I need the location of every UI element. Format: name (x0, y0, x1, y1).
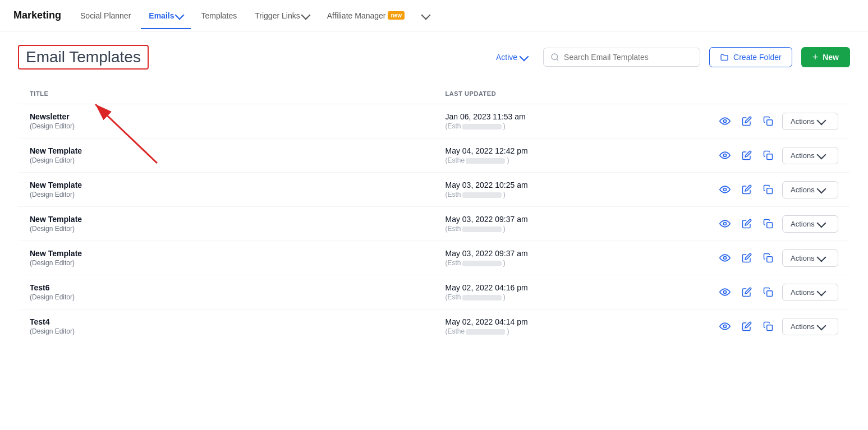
edit-button[interactable] (740, 182, 754, 197)
actions-dropdown-button[interactable]: Actions (782, 215, 838, 233)
preview-button[interactable] (717, 147, 733, 163)
search-input[interactable] (564, 53, 693, 62)
edit-button[interactable] (740, 319, 754, 334)
actions-dropdown-button[interactable]: Actions (782, 284, 838, 301)
edit-button[interactable] (740, 251, 754, 265)
preview-button[interactable] (717, 182, 733, 197)
trigger-links-dropdown-icon (301, 10, 310, 20)
last-updated-user: (Esth ) (446, 122, 599, 130)
duplicate-button[interactable] (761, 251, 775, 265)
last-updated-date: May 02, 2022 04:14 pm (446, 317, 599, 326)
page-header: Email Templates Active Create Folder + N… (18, 45, 850, 70)
cell-actions-4: Actions (609, 241, 849, 275)
cell-title-2: New Template (Design Editor) (19, 173, 434, 207)
nav-templates[interactable]: Templates (193, 7, 245, 25)
nav-social-planner[interactable]: Social Planner (72, 7, 139, 25)
actions-chevron-icon (816, 287, 826, 297)
page-title: Email Templates (18, 45, 149, 70)
top-navigation: Marketing Social Planner Emails Template… (0, 0, 868, 31)
table-header-row: TITLE LAST UPDATED (19, 84, 850, 104)
preview-button[interactable] (717, 318, 733, 334)
actions-dropdown-button[interactable]: Actions (782, 147, 838, 164)
copy-icon (763, 184, 773, 195)
preview-button[interactable] (717, 113, 733, 129)
edit-button[interactable] (740, 216, 754, 231)
svg-line-1 (557, 59, 558, 61)
template-editor: (Design Editor) (30, 327, 423, 335)
duplicate-button[interactable] (761, 319, 775, 334)
templates-table: TITLE LAST UPDATED Newsletter (Design Ed… (18, 83, 850, 344)
preview-button[interactable] (717, 216, 733, 232)
duplicate-button[interactable] (761, 285, 775, 299)
nav-label-emails: Emails (149, 11, 174, 20)
filter-dropdown-icon (520, 52, 529, 62)
cell-actions-1: Actions (609, 138, 849, 173)
cell-title-3: New Template (Design Editor) (19, 207, 434, 241)
edit-button[interactable] (740, 114, 754, 128)
duplicate-button[interactable] (761, 114, 775, 128)
pencil-icon (742, 116, 752, 126)
pencil-icon (742, 321, 752, 331)
edit-button[interactable] (740, 285, 754, 299)
actions-dropdown-button[interactable]: Actions (782, 318, 838, 335)
svg-rect-11 (767, 223, 773, 228)
duplicate-button[interactable] (761, 148, 775, 163)
new-button[interactable]: + New (801, 47, 850, 67)
preview-button[interactable] (717, 284, 733, 300)
preview-button[interactable] (717, 250, 733, 266)
eye-icon (719, 150, 731, 161)
template-editor: (Design Editor) (30, 191, 423, 198)
actions-cell: Actions (621, 147, 838, 164)
nav-more-dropdown[interactable] (415, 7, 437, 24)
actions-label: Actions (791, 220, 815, 228)
cell-actions-0: Actions (609, 104, 849, 138)
svg-point-4 (724, 120, 727, 123)
actions-label: Actions (791, 151, 815, 160)
col-actions (609, 84, 849, 104)
template-editor: (Design Editor) (30, 293, 423, 301)
actions-dropdown-button[interactable]: Actions (782, 181, 838, 198)
create-folder-label: Create Folder (733, 53, 782, 62)
plus-icon: + (812, 52, 819, 62)
template-editor: (Design Editor) (30, 156, 423, 164)
cell-title-1: New Template (Design Editor) (19, 138, 434, 173)
cell-actions-5: Actions (609, 275, 849, 309)
create-folder-button[interactable]: Create Folder (709, 47, 792, 67)
search-icon (550, 53, 559, 62)
table-row: Test6 (Design Editor) May 02, 2022 04:16… (19, 275, 850, 309)
nav-affiliate-manager[interactable]: Affiliate Manager new (319, 7, 412, 25)
nav-emails[interactable]: Emails (141, 7, 191, 25)
template-title: New Template (30, 249, 423, 258)
actions-label: Actions (791, 254, 815, 262)
nav-trigger-links[interactable]: Trigger Links (247, 7, 316, 25)
edit-button[interactable] (740, 148, 754, 163)
cell-date-6: May 02, 2022 04:14 pm (Esthe ) (434, 309, 610, 344)
eye-icon (719, 218, 731, 229)
actions-chevron-icon (816, 253, 826, 262)
actions-cell: Actions (621, 318, 838, 335)
actions-chevron-icon (816, 184, 826, 194)
actions-dropdown-button[interactable]: Actions (782, 113, 838, 130)
eye-icon (719, 184, 731, 195)
eye-icon (719, 115, 731, 127)
pencil-icon (742, 150, 752, 160)
cell-actions-6: Actions (609, 309, 849, 344)
duplicate-button[interactable] (761, 182, 775, 197)
svg-point-12 (724, 257, 727, 260)
duplicate-button[interactable] (761, 216, 775, 231)
filter-label: Active (496, 53, 517, 62)
folder-icon (720, 53, 729, 62)
cell-date-0: Jan 06, 2023 11:53 am (Esth ) (434, 104, 610, 138)
actions-dropdown-button[interactable]: Actions (782, 249, 838, 267)
pencil-icon (742, 219, 752, 229)
actions-chevron-icon (816, 219, 826, 228)
svg-rect-7 (767, 154, 773, 160)
filter-dropdown[interactable]: Active (489, 48, 534, 66)
last-updated-date: May 03, 2022 10:25 am (446, 181, 599, 189)
table-row: New Template (Design Editor) May 04, 202… (19, 138, 850, 173)
actions-label: Actions (791, 322, 815, 331)
copy-icon (763, 150, 773, 160)
table-row: New Template (Design Editor) May 03, 202… (19, 173, 850, 207)
cell-title-0: Newsletter (Design Editor) (19, 104, 434, 138)
template-title: Newsletter (30, 112, 423, 121)
